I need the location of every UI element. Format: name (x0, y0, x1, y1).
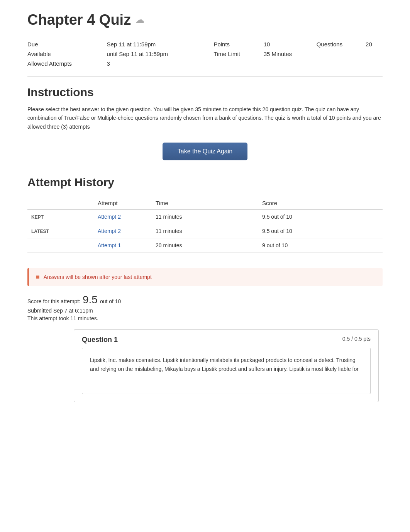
points-value: 10 (264, 39, 317, 49)
col-header-time: Time (152, 197, 258, 210)
attempt-time-1: 11 minutes (152, 224, 258, 238)
attempt-status-1: LATEST (27, 224, 63, 238)
attempt-time-2: 20 minutes (152, 238, 258, 253)
attempt-row: Attempt 120 minutes9 out of 10 (27, 238, 383, 253)
attempt-status-2 (27, 238, 63, 253)
page-title: Chapter 4 Quiz (27, 12, 131, 28)
page-title-container: Chapter 4 Quiz ☁ (27, 12, 383, 28)
time-limit-value: 35 Minutes (264, 49, 317, 59)
instructions-divider-top (27, 76, 383, 76)
score-out-of: out of 10 (100, 298, 121, 304)
col-header-attempt: Attempt (63, 197, 152, 210)
attempt-time-0: 11 minutes (152, 210, 258, 224)
allowed-attempts-label: Allowed Attempts (27, 59, 107, 68)
header-divider (27, 33, 383, 33)
notice-text: Answers will be shown after your last at… (44, 274, 152, 280)
take-quiz-again-button[interactable]: Take the Quiz Again (163, 143, 247, 160)
col-header-status (27, 197, 63, 210)
question-1-header: Question 1 0.5 / 0.5 pts (74, 330, 378, 348)
available-label: Available (27, 49, 107, 59)
cloud-icon: ☁ (136, 15, 144, 25)
points-label: Points (213, 39, 263, 49)
question-1-title: Question 1 (82, 336, 118, 344)
notice-icon: ■ (36, 274, 40, 280)
allowed-attempts-value: 3 (107, 59, 214, 68)
score-line: Score for this attempt: 9.5 out of 10 (27, 294, 383, 306)
attempt-history-table: Attempt Time Score KEPTAttempt 211 minut… (27, 197, 383, 253)
answers-notice: ■ Answers will be shown after your last … (27, 268, 383, 286)
attempt-link-0[interactable]: Attempt 2 (63, 210, 152, 224)
available-value: until Sep 11 at 11:59pm (107, 49, 214, 59)
instructions-text: Please select the best answer to the giv… (27, 105, 383, 131)
attempt-history-title: Attempt History (27, 176, 383, 189)
attempt-score-1: 9.5 out of 10 (258, 224, 383, 238)
instructions-title: Instructions (27, 86, 383, 99)
meta-table: Due Sep 11 at 11:59pm Points 10 Question… (27, 39, 383, 68)
score-submitted: Submitted Sep 7 at 6:11pm (27, 308, 383, 314)
score-big: 9.5 (83, 294, 98, 306)
score-label: Score for this attempt: (27, 298, 80, 304)
attempt-score-2: 9 out of 10 (258, 238, 383, 253)
attempt-row: KEPTAttempt 211 minutes9.5 out of 10 (27, 210, 383, 224)
attempt-score-0: 9.5 out of 10 (258, 210, 383, 224)
attempt-link-1[interactable]: Attempt 2 (63, 224, 152, 238)
question-1-card: Question 1 0.5 / 0.5 pts Lipstik, Inc. m… (74, 329, 379, 402)
score-section: Score for this attempt: 9.5 out of 10 Su… (27, 294, 383, 321)
col-header-score: Score (258, 197, 383, 210)
question-1-pts: 0.5 / 0.5 pts (342, 336, 371, 342)
due-value: Sep 11 at 11:59pm (107, 39, 214, 49)
questions-label: Questions (317, 39, 366, 49)
attempt-status-0: KEPT (27, 210, 63, 224)
attempt-row: LATESTAttempt 211 minutes9.5 out of 10 (27, 224, 383, 238)
due-label: Due (27, 39, 107, 49)
attempt-link-2[interactable]: Attempt 1 (63, 238, 152, 253)
time-limit-label: Time Limit (213, 49, 263, 59)
question-1-body: Lipstik, Inc. makes cosmetics. Lipstik i… (82, 348, 371, 394)
score-duration: This attempt took 11 minutes. (27, 315, 383, 321)
questions-value: 20 (366, 39, 383, 49)
